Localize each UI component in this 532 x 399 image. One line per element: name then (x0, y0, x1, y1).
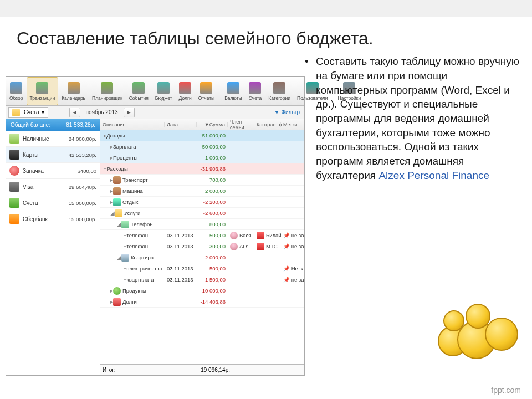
category-icon (115, 209, 122, 217)
col-tags[interactable]: Метки (281, 122, 304, 127)
transaction-row[interactable]: −телефон03.11.2013300,00АняМТС📌 не забыт… (100, 241, 304, 252)
account-row[interactable]: Карты42 533,28р. (6, 147, 100, 163)
toolbar-долги[interactable]: Долги (176, 77, 195, 105)
transaction-row[interactable]: ▸Транспорт700,00 (100, 175, 304, 186)
account-icon (9, 150, 19, 160)
member-icon (230, 243, 238, 250)
account-row[interactable]: Наличные24 000,00р. (6, 131, 100, 147)
category-icon (121, 221, 129, 228)
transaction-row[interactable]: ▸Проценты1 000,00 (100, 152, 304, 163)
transaction-row[interactable]: ▸Машина2 000,00 (100, 186, 304, 197)
toolbar-icon (101, 82, 113, 94)
expander-icon[interactable]: ◢ (110, 209, 115, 216)
transaction-row[interactable]: ▸Долги-14 403,86 (100, 296, 304, 308)
pin-icon: 📌 (283, 243, 290, 249)
transaction-row[interactable]: −квартплата03.11.2013-1 500,00📌 не забыт… (100, 274, 304, 285)
alzex-link[interactable]: Alzex Personal Finance (378, 170, 489, 181)
account-icon (9, 198, 19, 208)
transaction-row[interactable]: ◢Квартира-2 000,00 (100, 252, 304, 263)
transaction-row[interactable]: −Расходы-31 903,86 (100, 163, 304, 175)
toolbar-планировщик[interactable]: Планировщик (89, 77, 126, 105)
account-row[interactable]: Заначка$400,00 (6, 163, 100, 179)
chevron-down-icon: ▾ (42, 109, 44, 115)
watermark: fppt.com (491, 386, 521, 395)
toolbar: ОбзорТранзакцииКалендарьПланировщикСобыт… (6, 77, 304, 106)
toolbar-категории[interactable]: Категории (265, 77, 294, 105)
transaction-row[interactable]: ▸Зарплата50 000,00 (100, 141, 304, 152)
sidebar: Общий баланс: 81 533,28р. Наличные24 000… (6, 119, 100, 375)
toolbar-icon (36, 82, 48, 94)
category-icon (113, 298, 121, 306)
toolbar-icon (227, 82, 239, 94)
transaction-row[interactable]: −телефон03.11.2013500,00ВасяБилайн📌 не з… (100, 230, 304, 241)
prev-period-button[interactable]: ◄ (69, 108, 80, 117)
slide-title: Составление таблицы семейного бюджета. (0, 17, 532, 49)
toolbar-отчеты[interactable]: Отчеты (195, 77, 218, 105)
member-icon (230, 232, 238, 239)
toolbar-календарь[interactable]: Календарь (58, 77, 89, 105)
filter-button[interactable]: ▼ Фильтр (272, 109, 303, 115)
account-icon (9, 134, 19, 144)
col-sum[interactable]: ▼Сумма (197, 122, 228, 127)
account-row[interactable]: Visa29 604,48р. (6, 179, 100, 195)
transaction-row[interactable]: ◢Услуги-2 600,00 (100, 208, 304, 219)
account-icon (9, 214, 19, 224)
pin-icon: 📌 (283, 232, 290, 238)
toolbar-icon (249, 82, 261, 94)
coins-graphic (432, 298, 521, 359)
slide-text: • Составить такую таблицу можно вручную … (305, 54, 526, 376)
toolbar-счета[interactable]: Счета (245, 77, 265, 105)
category-icon (113, 176, 121, 184)
accounts-dropdown[interactable]: Счета ▾ (8, 107, 48, 118)
pin-icon: 📌 (283, 265, 290, 272)
transaction-row[interactable]: ▸Отдых-2 200,00 (100, 197, 304, 208)
toolbar-icon (68, 82, 80, 94)
expander-icon[interactable]: ◢ (117, 254, 121, 260)
toolbar-icon (132, 82, 145, 94)
funnel-icon: ▼ (274, 109, 280, 115)
category-icon (113, 187, 121, 195)
toolbar-транзакции[interactable]: Транзакции (27, 77, 59, 105)
account-icon (9, 182, 19, 192)
transaction-row[interactable]: ◢Телефон800,00 (100, 219, 304, 230)
transactions-grid: Описание Дата ▼Сумма Член семьи Контраге… (100, 119, 304, 375)
expander-icon[interactable]: ◢ (117, 221, 121, 227)
transaction-row[interactable]: ▸Доходы51 000,00 (100, 130, 304, 141)
toolbar-icon (10, 82, 22, 94)
grid-header: Описание Дата ▼Сумма Член семьи Контраге… (100, 119, 304, 130)
sidebar-balance-header: Общий баланс: 81 533,28р. (6, 119, 100, 131)
period-label[interactable]: ноябрь 2013 (83, 109, 121, 115)
bullet-icon: • (305, 54, 309, 69)
category-icon (121, 254, 129, 262)
transaction-row[interactable]: ▸Продукты-10 000,00 (100, 285, 304, 296)
toolbar-валюты[interactable]: Валюты (221, 77, 245, 105)
account-row[interactable]: Сбербанк15 000,00р. (6, 211, 100, 227)
account-row[interactable]: Счета15 000,00р. (6, 195, 100, 211)
toolbar-icon (157, 82, 170, 94)
subbar: Счета ▾ ◄ ноябрь 2013 ► ▼ Фильтр (6, 106, 304, 119)
total-row: Итог: 19 096,14р. (100, 364, 304, 375)
toolbar-icon (179, 82, 191, 94)
col-member[interactable]: Член семьи (228, 119, 254, 130)
toolbar-обзор[interactable]: Обзор (6, 77, 27, 105)
toolbar-icon (200, 82, 212, 94)
col-agent[interactable]: Контрагент (254, 122, 281, 127)
category-icon (113, 287, 121, 295)
col-date[interactable]: Дата (165, 122, 197, 127)
account-icon (9, 166, 19, 176)
transaction-row[interactable]: −электричество03.11.2013-500,00📌 Не забы… (100, 263, 304, 274)
agent-icon (257, 232, 264, 239)
toolbar-icon (273, 82, 285, 94)
toolbar-события[interactable]: События (126, 77, 152, 105)
col-description[interactable]: Описание (100, 122, 165, 127)
folder-icon (12, 109, 20, 116)
next-period-button[interactable]: ► (124, 108, 135, 117)
category-icon (113, 198, 121, 206)
toolbar-бюджет[interactable]: Бюджет (152, 77, 176, 105)
app-window: ОбзорТранзакцииКалендарьПланировщикСобыт… (6, 76, 305, 376)
pin-icon: 📌 (283, 277, 290, 283)
agent-icon (257, 243, 264, 250)
